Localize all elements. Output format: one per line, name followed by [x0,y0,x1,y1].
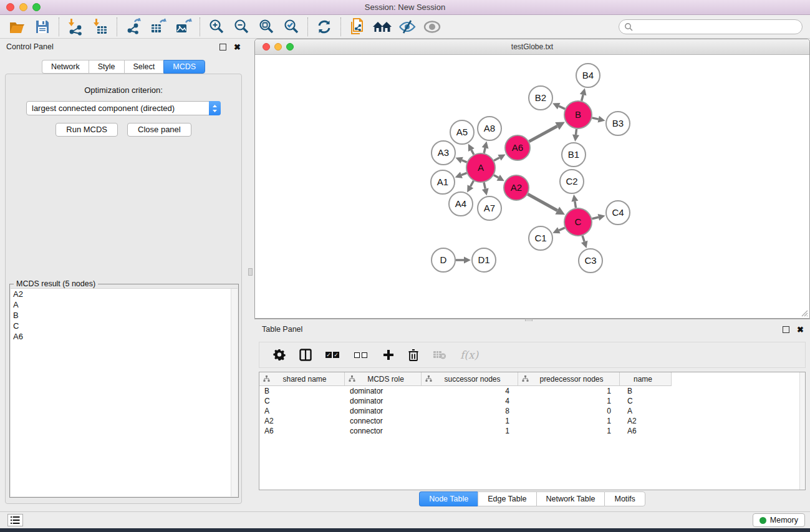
delete-column-icon[interactable] [408,349,419,361]
open-session-icon[interactable] [5,16,30,37]
table-cell[interactable]: 8 [422,406,518,416]
close-table-panel-icon[interactable]: ✖ [797,326,804,333]
tab-network[interactable]: Network [42,60,89,74]
result-scrollbar[interactable] [231,289,238,496]
result-item[interactable]: C [11,321,238,331]
save-session-icon[interactable] [30,16,55,37]
table-row[interactable]: A6connector11A6 [259,426,805,436]
hide-graphics-details-icon[interactable] [395,16,420,37]
mcds-result-list[interactable]: A2ABCA6 [11,288,238,496]
table-cell[interactable]: 1 [518,396,620,406]
float-panel-icon[interactable] [219,44,226,51]
minimize-network-button[interactable] [274,43,282,51]
table-cell[interactable]: dominator [345,386,422,396]
network-window-titlebar[interactable]: testGlobe.txt [255,39,809,55]
table-cell[interactable]: dominator [345,396,422,406]
fit-selected-icon[interactable] [279,16,304,37]
result-item[interactable]: A2 [11,289,238,299]
table-cell[interactable]: A [620,406,672,416]
result-item[interactable]: B [11,310,238,321]
close-panel-button[interactable]: Close panel [127,123,191,137]
tab-edge-table[interactable]: Edge Table [478,491,536,506]
zoom-out-icon[interactable] [229,16,254,37]
column-header-name[interactable]: name [620,372,672,386]
edge-A-A4[interactable] [470,181,473,186]
gear-icon[interactable] [273,349,286,361]
edge-A2-C[interactable] [528,194,557,210]
close-panel-icon[interactable]: ✖ [234,44,241,51]
tab-style[interactable]: Style [89,60,124,74]
export-network-icon[interactable] [121,16,146,37]
table-cell[interactable]: 4 [422,386,518,396]
tab-node-table[interactable]: Node Table [419,491,478,506]
table-cell[interactable]: A2 [620,416,672,426]
table-cell[interactable]: A6 [620,426,672,436]
zoom-in-icon[interactable] [204,16,229,37]
table-row[interactable]: A2connector11A2 [259,416,805,426]
table-cell[interactable]: C [620,396,672,406]
edge-B-B1[interactable] [576,129,576,135]
column-header-predecessor-nodes[interactable]: predecessor nodes [518,372,620,386]
search-input[interactable] [633,21,802,33]
criterion-select[interactable]: largest connected component (directed) [26,101,221,115]
minimize-window-button[interactable] [19,3,27,11]
tab-select[interactable]: Select [124,60,164,74]
table-cell[interactable]: 1 [518,386,620,396]
memory-button[interactable]: Memory [753,513,805,527]
table-cell[interactable]: A2 [259,416,345,426]
export-table-icon[interactable] [146,16,171,37]
task-history-button[interactable] [7,514,23,526]
tab-mcds[interactable]: MCDS [163,60,205,74]
edge-A-A8[interactable] [484,148,485,153]
table-cell[interactable]: connector [345,416,422,426]
close-window-button[interactable] [6,3,14,11]
float-table-panel-icon[interactable] [783,326,789,333]
table-cell[interactable]: 1 [422,416,518,426]
edge-A-A7[interactable] [484,182,485,188]
add-column-icon[interactable] [383,349,394,360]
edge-A-A6[interactable] [494,158,499,161]
run-mcds-button[interactable]: Run MCDS [55,123,118,137]
maximize-window-button[interactable] [32,3,41,11]
column-header-successor-nodes[interactable]: successor nodes [422,372,518,386]
select-all-icon[interactable]: ✓✓ [325,352,340,358]
network-canvas[interactable]: AA1A2A3A4A5A6A7A8BB1B2B3B4CC1C2C3C4DD1 [255,55,809,318]
maximize-network-button[interactable] [286,43,294,51]
result-item[interactable]: A6 [11,331,238,342]
table-cell[interactable]: 1 [422,426,518,436]
column-header-shared-name[interactable]: shared name [259,372,345,386]
table-cell[interactable]: 1 [518,416,620,426]
table-row[interactable]: Cdominator41C [259,396,805,406]
apply-layout-icon[interactable] [312,16,337,37]
table-row[interactable]: Adominator80A [259,406,805,416]
split-table-icon[interactable] [299,349,312,361]
edge-A-A3[interactable] [462,160,467,162]
table-scrollbar[interactable] [799,372,805,490]
table-cell[interactable]: 1 [518,426,620,436]
edge-A-A1[interactable] [461,173,467,175]
tab-network-table[interactable]: Network Table [536,491,605,506]
table-cell[interactable]: connector [345,426,422,436]
edge-C-C2[interactable] [575,201,576,208]
vertical-splitter[interactable] [247,39,254,511]
edge-C-C4[interactable] [592,217,598,218]
edge-B-B3[interactable] [592,118,598,119]
deselect-all-icon[interactable] [354,352,369,358]
table-row[interactable]: Bdominator41B [259,386,805,396]
table-cell[interactable]: B [620,386,672,396]
table-cell[interactable]: dominator [345,406,422,416]
edge-B-B2[interactable] [559,106,565,109]
search-field[interactable] [619,19,803,34]
edge-B-B4[interactable] [582,95,583,101]
export-image-icon[interactable] [171,16,196,37]
resize-grip-icon[interactable] [799,308,808,317]
network-from-selection-icon[interactable] [345,16,370,37]
edge-C-C3[interactable] [582,236,584,242]
import-table-icon[interactable] [88,16,113,37]
edge-A6-B[interactable] [529,126,557,142]
close-network-button[interactable] [263,43,270,51]
edge-A-A2[interactable] [494,175,498,178]
edge-C-C1[interactable] [559,228,565,230]
splitter-grip[interactable] [248,268,253,276]
browser-home-icon[interactable] [370,16,395,37]
